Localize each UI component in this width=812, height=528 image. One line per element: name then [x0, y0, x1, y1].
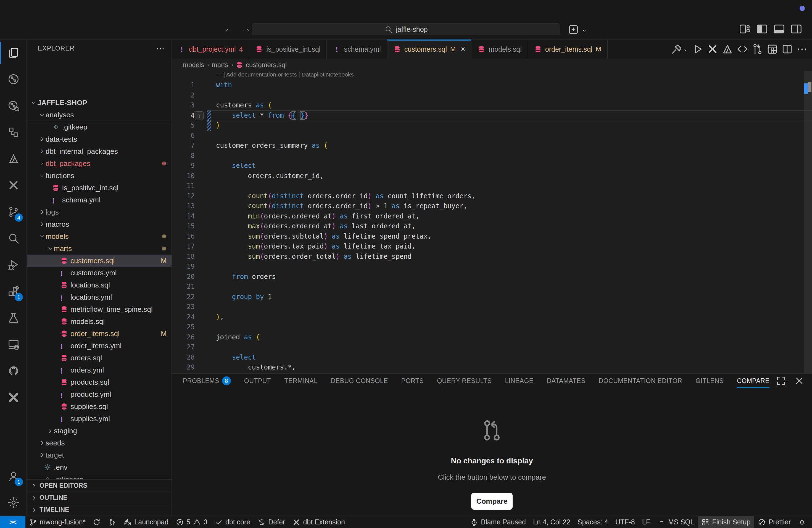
status-defer[interactable]: Defer: [254, 516, 289, 528]
command-center-search[interactable]: jaffle-shop: [251, 23, 561, 35]
tree-item-macros[interactable]: macros: [27, 218, 172, 230]
status-prettier[interactable]: Prettier: [754, 516, 794, 528]
tree-item-JAFFLE-SHOP[interactable]: JAFFLE-SHOP: [27, 97, 172, 109]
editor-scrollbar[interactable]: [804, 71, 812, 373]
activity-remote-explorer[interactable]: [0, 331, 27, 357]
explorer-more-icon[interactable]: ⋯: [156, 44, 165, 53]
status-indentation[interactable]: Spaces: 4: [574, 516, 612, 528]
show-compiled-code-icon[interactable]: [736, 43, 749, 55]
breadcrumb-item[interactable]: marts: [212, 61, 228, 69]
layout-panel-icon[interactable]: [773, 23, 785, 35]
more-actions-icon[interactable]: [796, 43, 808, 55]
status-branch[interactable]: mwong-fusion*: [25, 516, 89, 528]
activity-dbt-lineage[interactable]: [0, 66, 27, 92]
tab-order_items.sql[interactable]: order_items.sql M: [528, 40, 608, 59]
dbt-power-user-action-icon[interactable]: [707, 43, 719, 55]
status-launchpad[interactable]: Launchpad: [120, 516, 172, 528]
run-query-icon[interactable]: [692, 43, 704, 55]
panel-tab-LINEAGE[interactable]: LINEAGE: [505, 373, 533, 388]
status-blame[interactable]: Blame Paused: [466, 516, 530, 528]
nav-forward-icon[interactable]: →: [242, 23, 251, 34]
tree-item-products.sql[interactable]: products.sql: [27, 376, 172, 388]
tree-item-dbt_internal_packages[interactable]: dbt_internal_packages: [27, 145, 172, 157]
git-compare-file-icon[interactable]: [751, 43, 764, 55]
tree-item-products.yml[interactable]: !products.yml: [27, 388, 172, 400]
tree-item-marts[interactable]: marts: [27, 243, 172, 254]
status-encoding[interactable]: UTF-8: [612, 516, 639, 528]
status-finish-setup[interactable]: Finish Setup: [698, 516, 754, 528]
tree-item-supplies.yml[interactable]: !supplies.yml: [27, 413, 172, 425]
layout-sidebar-icon[interactable]: [756, 23, 768, 35]
panel-tab-PORTS[interactable]: PORTS: [401, 373, 424, 388]
status-dbt-core[interactable]: dbt core: [211, 516, 254, 528]
tree-item-functions[interactable]: functions: [27, 170, 172, 182]
layout-secondary-icon[interactable]: [790, 23, 802, 35]
tree-item-supplies.sql[interactable]: supplies.sql: [27, 400, 172, 413]
tab-is_positive_int.sql[interactable]: is_positive_int.sql: [249, 40, 327, 59]
tab-customers.sql[interactable]: customers.sql M ×: [387, 40, 472, 59]
status-commit-graph[interactable]: [104, 516, 120, 528]
tree-item-customers.yml[interactable]: !customers.yml: [27, 267, 172, 279]
copilot-icon[interactable]: [568, 23, 580, 36]
split-editor-icon[interactable]: [781, 43, 793, 55]
tree-item-metricflow_time_spine.sql[interactable]: metricflow_time_spine.sql: [27, 303, 172, 316]
tree-item-target[interactable]: target: [27, 449, 172, 461]
tree-item-orders.yml[interactable]: !orders.yml: [27, 364, 172, 376]
status-cursor-position[interactable]: Ln 4, Col 22: [530, 516, 574, 528]
codelens-line[interactable]: ··· | Add documentation or tests | Datap…: [216, 71, 354, 78]
tree-item-.gitkeep[interactable]: .gitkeep: [27, 121, 172, 133]
tab-schema.yml[interactable]: ! schema.yml: [327, 40, 387, 59]
section-outline[interactable]: OUTLINE: [27, 492, 172, 504]
datapilot-icon[interactable]: [721, 43, 734, 55]
tree-item-locations.yml[interactable]: !locations.yml: [27, 291, 172, 303]
activity-schema-visualizer[interactable]: [0, 119, 27, 146]
tree-item-staging[interactable]: staging: [27, 425, 172, 437]
tab-models.sql[interactable]: models.sql: [472, 40, 528, 59]
section-timeline[interactable]: TIMELINE: [27, 504, 172, 516]
panel-close-icon[interactable]: [794, 375, 805, 386]
tree-item-data-tests[interactable]: data-tests: [27, 133, 172, 145]
activity-source-control[interactable]: 4: [0, 199, 27, 225]
panel-tab-DOCUMENTATION EDITOR[interactable]: DOCUMENTATION EDITOR: [599, 373, 682, 388]
activity-dbt-explorer[interactable]: [0, 92, 27, 119]
panel-maximize-icon[interactable]: [775, 375, 787, 386]
add-comment-icon[interactable]: +: [195, 111, 204, 120]
breadcrumb-item[interactable]: customers.sql: [246, 61, 287, 69]
layout-customize-icon[interactable]: [739, 23, 751, 35]
panel-tab-DATAMATES[interactable]: DATAMATES: [547, 373, 585, 388]
activity-settings[interactable]: [0, 489, 27, 516]
tree-item-orders.sql[interactable]: orders.sql: [27, 352, 172, 364]
activity-search[interactable]: [0, 225, 27, 252]
tree-item-order_items.sql[interactable]: order_items.sql M: [27, 327, 172, 340]
status-problems[interactable]: 5 3: [172, 516, 211, 528]
tree-item-models[interactable]: models: [27, 230, 172, 243]
tree-item-order_items.yml[interactable]: !order_items.yml: [27, 340, 172, 352]
activity-dbt-power-user-alt[interactable]: [0, 384, 27, 411]
activity-run-and-debug[interactable]: [0, 252, 27, 278]
activity-extensions[interactable]: 1: [0, 278, 27, 305]
query-results-grid-icon[interactable]: [766, 43, 778, 55]
close-icon[interactable]: ×: [461, 45, 465, 54]
nav-back-icon[interactable]: ←: [224, 23, 234, 34]
panel-tab-PROBLEMS[interactable]: PROBLEMS 8: [183, 373, 231, 388]
panel-tab-OUTPUT[interactable]: OUTPUT: [244, 373, 271, 388]
section-open-editors[interactable]: OPEN EDITORS: [27, 480, 172, 492]
panel-tab-GITLENS[interactable]: GITLENS: [695, 373, 724, 388]
activity-accounts[interactable]: 1: [0, 463, 27, 489]
panel-tab-COMPARE[interactable]: COMPARE: [737, 373, 769, 388]
status-eol[interactable]: LF: [639, 516, 654, 528]
dbt-build-icon[interactable]: [671, 43, 683, 55]
tree-item-logs[interactable]: logs: [27, 206, 172, 218]
code-editor[interactable]: 1 with 2 3 customers as ( 4 + select * f…: [172, 80, 812, 372]
tree-item-models.sql[interactable]: models.sql: [27, 316, 172, 327]
activity-explorer[interactable]: [0, 40, 27, 66]
panel-tab-DEBUG CONSOLE[interactable]: DEBUG CONSOLE: [331, 373, 388, 388]
activity-dbt-power-user[interactable]: [0, 172, 27, 199]
tab-dbt_project.yml[interactable]: ! dbt_project.yml 4: [172, 40, 249, 59]
tree-item-dbt_packages[interactable]: dbt_packages: [27, 157, 172, 170]
panel-tab-TERMINAL[interactable]: TERMINAL: [284, 373, 317, 388]
tree-item-.env[interactable]: .env: [27, 461, 172, 473]
copilot-chevron-icon[interactable]: ⌄: [582, 26, 586, 33]
status-language-mode[interactable]: MS SQL: [654, 516, 698, 528]
activity-dbt[interactable]: [0, 146, 27, 172]
